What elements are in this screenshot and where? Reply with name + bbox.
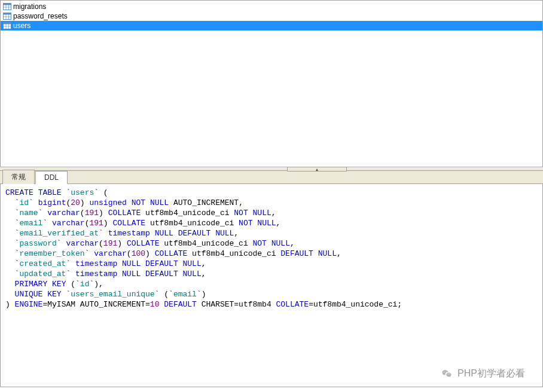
table-item-label: migrations [13,2,46,11]
ddl-line: ) ENGINE=MyISAM AUTO_INCREMENT=10 DEFAUL… [5,299,538,310]
table-list-pane[interactable]: migrationspassword_resetsusers [0,0,543,167]
svg-rect-1 [4,4,11,5]
tab-ddl[interactable]: DDL [35,171,68,184]
table-item-migrations[interactable]: migrations [1,2,542,11]
table-list: migrationspassword_resetsusers [1,1,542,32]
table-item-users[interactable]: users [1,21,542,30]
ddl-line: `updated_at` timestamp NULL DEFAULT NULL… [5,269,538,279]
ddl-line: `email_verified_at` timestamp NULL DEFAU… [5,228,538,238]
tab-general[interactable]: 常规 [2,170,35,184]
ddl-editor[interactable]: CREATE TABLE `users` ( `id` bigint(20) u… [0,184,543,387]
splitter-handle[interactable]: ▲ [287,167,347,172]
ddl-line: PRIMARY KEY (`id`), [5,279,538,289]
ddl-line: `id` bigint(20) unsigned NOT NULL AUTO_I… [5,198,538,208]
ddl-line: `name` varchar(191) COLLATE utf8mb4_unic… [5,208,538,218]
ddl-line: `email` varchar(191) COLLATE utf8mb4_uni… [5,218,538,228]
svg-rect-11 [4,23,11,24]
ddl-line: UNIQUE KEY `users_email_unique` (`email`… [5,289,538,299]
tab-bar: 常规DDL [0,171,543,184]
table-icon [3,3,11,10]
ddl-line: `remember_token` varchar(100) COLLATE ut… [5,249,538,259]
table-item-label: password_resets [13,12,68,20]
ddl-line: `password` varchar(191) COLLATE utf8mb4_… [5,238,538,249]
table-icon [3,13,11,20]
splitter-bar[interactable]: ▲ [0,167,543,171]
ddl-line: `created_at` timestamp NULL DEFAULT NULL… [5,259,538,269]
svg-rect-6 [4,13,11,15]
ddl-line: CREATE TABLE `users` ( [5,188,538,198]
chevron-up-icon: ▲ [315,167,319,172]
table-item-password_resets[interactable]: password_resets [1,11,542,21]
table-item-label: users [13,22,30,30]
table-icon [3,22,11,29]
